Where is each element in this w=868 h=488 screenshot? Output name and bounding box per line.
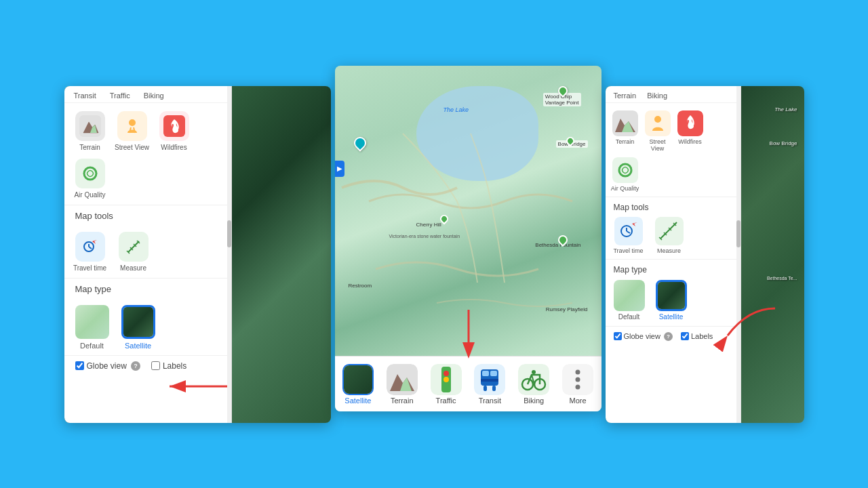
center-satellite-icon — [342, 364, 374, 395]
svg-rect-53 — [612, 157, 638, 183]
left-terrain-icon — [75, 111, 105, 141]
left-labels-checkbox[interactable]: Labels — [151, 361, 186, 371]
left-terrain-label: Terrain — [79, 144, 100, 152]
center-label-victorian: Victorian-era stone water fountain — [389, 234, 460, 239]
center-label-rumsey: Rumsey Playfield — [546, 306, 588, 312]
right-wildfires-item[interactable]: Wildfires — [675, 108, 706, 154]
center-toolbar-terrain[interactable]: Terrain — [380, 363, 424, 406]
center-toolbar-biking[interactable]: Biking — [512, 363, 556, 406]
right-wildfires-icon — [677, 110, 703, 136]
right-labels-checkbox[interactable]: Labels — [681, 332, 713, 340]
center-label-cherryhill: Cherry Hill — [416, 222, 441, 228]
right-measure-icon — [655, 217, 684, 245]
left-labels-label: Labels — [163, 361, 186, 371]
left-airquality-item[interactable]: Air Quality — [70, 156, 111, 202]
left-transit-label: Transit — [74, 92, 96, 100]
screenshots-row: Transit Traffic Biking — [51, 45, 818, 443]
right-satellite-thumb — [656, 280, 687, 311]
center-toolbar-traffic[interactable]: Traffic — [424, 363, 468, 406]
right-wildfires-label: Wildfires — [678, 138, 702, 145]
center-label-bethesda: Bethesda Fountain — [535, 242, 580, 248]
left-streetview-item[interactable]: Street View — [112, 108, 153, 155]
left-wildfires-item[interactable]: Wildfires — [154, 108, 195, 155]
right-streetview-item[interactable]: Street View — [642, 108, 673, 154]
center-label-restroom: Restroom — [349, 283, 372, 289]
left-globeview-checkbox[interactable]: Globe view ? — [75, 361, 140, 371]
left-satellite-maptype[interactable]: Satellite — [119, 302, 158, 352]
left-default-maptype[interactable]: Default — [73, 302, 112, 352]
center-biking-label: Biking — [524, 396, 544, 405]
right-biking-mini: Biking — [647, 92, 667, 100]
svg-point-42 — [532, 370, 536, 374]
svg-rect-36 — [481, 379, 498, 382]
svg-point-31 — [443, 383, 449, 388]
center-transit-label: Transit — [479, 396, 501, 405]
right-default-maptype[interactable]: Default — [611, 277, 648, 323]
svg-rect-47 — [612, 110, 638, 136]
right-maptools-title: Map tools — [610, 203, 736, 215]
left-satellite-label: Satellite — [125, 342, 151, 350]
left-globeview-input[interactable] — [75, 361, 84, 370]
left-traveltime-label: Travel time — [73, 264, 106, 272]
left-maptools-section: Map tools — [64, 205, 231, 279]
right-help-icon[interactable]: ? — [664, 332, 673, 341]
left-default-thumb — [75, 305, 109, 339]
right-terrain-item[interactable]: Terrain — [610, 108, 641, 154]
right-labels-input[interactable] — [681, 332, 689, 340]
right-measure-item[interactable]: Measure — [650, 215, 688, 256]
right-terrain-mini: Terrain — [614, 92, 637, 100]
right-terrain-label: Terrain — [616, 138, 635, 145]
right-globeview-label: Globe view — [624, 332, 660, 340]
right-airquality-icon — [612, 157, 638, 183]
right-traveltime-label: Travel time — [613, 247, 643, 254]
left-card: Transit Traffic Biking — [64, 86, 331, 423]
center-card: The Lake Wood ChipVantage Point Bow Brid… — [335, 66, 601, 411]
svg-rect-35 — [490, 371, 497, 376]
left-maptype-title: Map type — [70, 284, 226, 297]
left-layers-section: Terrain — [64, 103, 231, 205]
svg-rect-59 — [655, 217, 684, 245]
left-terrain-item[interactable]: Terrain — [70, 108, 111, 155]
svg-point-44 — [576, 370, 580, 375]
right-globeview-input[interactable] — [614, 332, 622, 340]
right-arrow-container — [714, 298, 782, 355]
right-overlay-panel: Terrain Biking — [606, 86, 741, 423]
left-biking-label: Biking — [144, 92, 164, 100]
left-traveltime-item[interactable]: Travel time — [70, 229, 111, 275]
center-terrain-icon — [387, 364, 418, 395]
right-satellite-maptype[interactable]: Satellite — [653, 277, 690, 323]
left-maptype-section: Map type Default Satellite — [64, 279, 231, 356]
center-location-marker: ▶ — [335, 161, 344, 177]
svg-point-29 — [443, 371, 449, 376]
left-airquality-icon — [75, 159, 105, 188]
right-traveltime-item[interactable]: Travel time — [610, 215, 648, 256]
left-airquality-label: Air Quality — [74, 191, 105, 199]
right-scrollbar — [736, 86, 741, 423]
left-satellite-thumb — [121, 305, 155, 339]
right-default-thumb — [614, 280, 645, 311]
right-airquality-item[interactable]: Air Quality — [610, 155, 641, 194]
center-satellite-label: Satellite — [344, 396, 371, 405]
center-toolbar-more[interactable]: More — [556, 363, 600, 406]
svg-point-51 — [654, 116, 661, 123]
svg-rect-34 — [482, 371, 489, 376]
center-more-label: More — [570, 396, 587, 405]
left-help-icon[interactable]: ? — [131, 361, 140, 371]
left-maptools-title: Map tools — [70, 211, 226, 224]
svg-point-30 — [443, 377, 449, 382]
center-toolbar-transit[interactable]: Transit — [468, 363, 512, 406]
svg-rect-37 — [484, 386, 487, 391]
center-toolbar-satellite[interactable]: Satellite — [336, 363, 380, 406]
left-measure-icon — [119, 232, 149, 262]
left-wildfires-icon — [159, 111, 189, 141]
left-streetview-icon — [117, 111, 147, 141]
right-map-label-bowbridge: Bow Bridge — [770, 140, 797, 146]
left-labels-input[interactable] — [151, 361, 160, 370]
right-top-mini-row: Terrain Biking — [606, 86, 741, 103]
center-terrain-label: Terrain — [391, 396, 414, 405]
center-bottom-toolbar: Satellite Terrain — [335, 356, 601, 411]
right-terrain-icon — [612, 110, 638, 136]
left-measure-item[interactable]: Measure — [113, 229, 154, 275]
right-maptools-section: Map tools — [606, 197, 741, 260]
right-globeview-checkbox[interactable]: Globe view ? — [614, 332, 673, 341]
